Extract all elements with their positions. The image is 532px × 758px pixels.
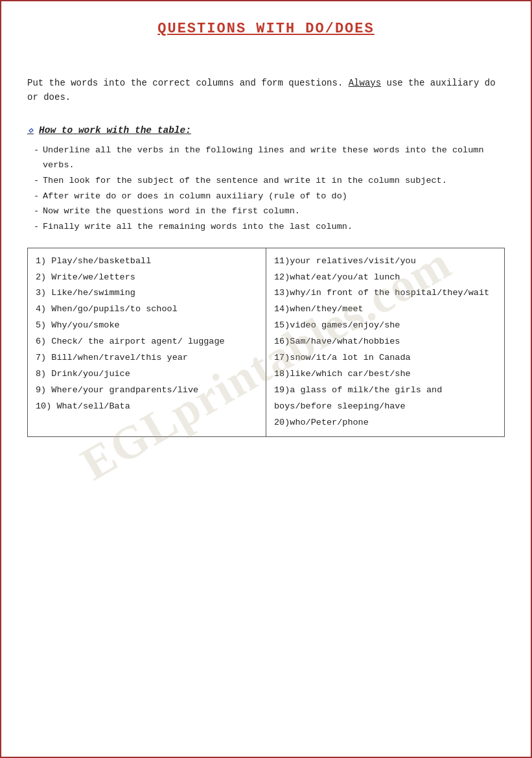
left-item-3: 3) Like/he/swimming — [36, 285, 258, 302]
how-to-icon: ⬦ — [27, 124, 34, 136]
left-item-10: 10) What/sell/Bata — [36, 399, 258, 415]
right-item-1: 11)your relatives/visit/you — [274, 254, 496, 270]
exercise-table: 1) Play/she/basketball 2) Write/we/lette… — [27, 248, 505, 438]
list-item: Now write the questions word in the firs… — [34, 204, 505, 219]
right-cell: 11)your relatives/visit/you 12)what/eat/… — [266, 248, 505, 437]
right-item-10: 20)who/Peter/phone — [274, 415, 496, 431]
list-item: After write do or does in column auxilia… — [34, 189, 505, 204]
right-item-7: 17)snow/it/a lot in Canada — [274, 350, 496, 366]
right-item-2: 12)what/eat/you/at lunch — [274, 270, 496, 286]
how-to-title-text: How to work with the table: — [39, 125, 191, 136]
right-item-5: 15)video games/enjoy/she — [274, 318, 496, 334]
right-item-4: 14)when/they/meet — [274, 302, 496, 318]
instructions-text: Put the words into the correct columns a… — [27, 78, 343, 88]
table-row: 1) Play/she/basketball 2) Write/we/lette… — [28, 248, 505, 437]
instructions: Put the words into the correct columns a… — [27, 76, 505, 105]
right-item-6: 16)Sam/have/what/hobbies — [274, 334, 496, 350]
left-item-7: 7) Bill/when/travel/this year — [36, 350, 258, 366]
right-item-9: 19)a glass of milk/the girls and boys/be… — [274, 383, 496, 415]
left-item-6: 6) Check/ the airport agent/ luggage — [36, 334, 258, 350]
left-item-8: 8) Drink/you/juice — [36, 366, 258, 383]
how-to-section: ⬦ How to work with the table: Underline … — [27, 124, 505, 235]
left-item-2: 2) Write/we/letters — [36, 270, 258, 286]
right-item-8: 18)like/which car/best/she — [274, 366, 496, 383]
left-item-9: 9) Where/your grandparents/live — [36, 383, 258, 399]
list-item: Then look for the subject of the sentenc… — [34, 173, 505, 189]
how-to-list: Underline all the verbs in the following… — [27, 143, 505, 235]
how-to-title: ⬦ How to work with the table: — [27, 124, 505, 136]
left-item-5: 5) Why/you/smoke — [36, 318, 258, 334]
left-cell: 1) Play/she/basketball 2) Write/we/lette… — [28, 248, 266, 437]
left-item-4: 4) When/go/pupils/to school — [36, 302, 258, 318]
page: EGLprintables.com QUESTIONS WITH DO/DOES… — [0, 0, 532, 758]
list-item: Finally write all the remaining words in… — [34, 219, 505, 235]
right-item-3: 13)why/in front of the hospital/they/wai… — [274, 285, 496, 302]
left-item-1: 1) Play/she/basketball — [36, 254, 258, 270]
list-item: Underline all the verbs in the following… — [34, 143, 505, 173]
page-title: QUESTIONS WITH DO/DOES — [27, 21, 505, 37]
instructions-always: Always — [349, 78, 381, 88]
